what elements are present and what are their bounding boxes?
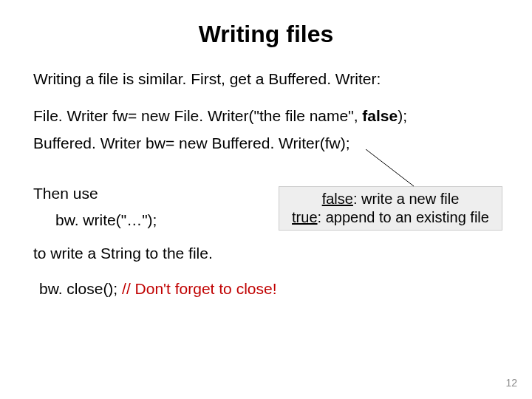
code-block: File. Writer fw= new File. Writer("the f… <box>33 106 499 154</box>
callout-true-label: true <box>292 209 317 225</box>
intro-text: Writing a file is similar. First, get a … <box>33 69 499 89</box>
close-comment: // Don't forget to close! <box>122 280 276 297</box>
code-line-1: File. Writer fw= new File. Writer("the f… <box>33 106 499 126</box>
slide-body: Writing files Writing a file is similar.… <box>0 0 532 399</box>
close-code: bw. close(); <box>39 280 122 297</box>
code-line-2: Buffered. Writer bw= new Buffered. Write… <box>33 133 499 154</box>
callout-false-label: false <box>322 191 353 207</box>
page-number: 12 <box>505 377 517 389</box>
to-write-text: to write a String to the file. <box>33 243 499 264</box>
callout-false-line: false: write a new file <box>285 190 496 208</box>
callout-false-text: : write a new file <box>353 191 459 207</box>
callout-true-line: true: append to an existing file <box>285 208 496 227</box>
callout-box: false: write a new file true: append to … <box>279 186 502 231</box>
code-line-1-bold: false <box>362 107 398 124</box>
callout-true-text: : append to an existing file <box>318 209 489 225</box>
slide-title: Writing files <box>33 21 499 48</box>
code-line-1-pre: File. Writer fw= new File. Writer("the f… <box>33 107 362 124</box>
code-line-1-post: ); <box>398 107 407 124</box>
close-line: bw. close(); // Don't forget to close! <box>39 279 499 299</box>
svg-line-0 <box>366 149 414 186</box>
